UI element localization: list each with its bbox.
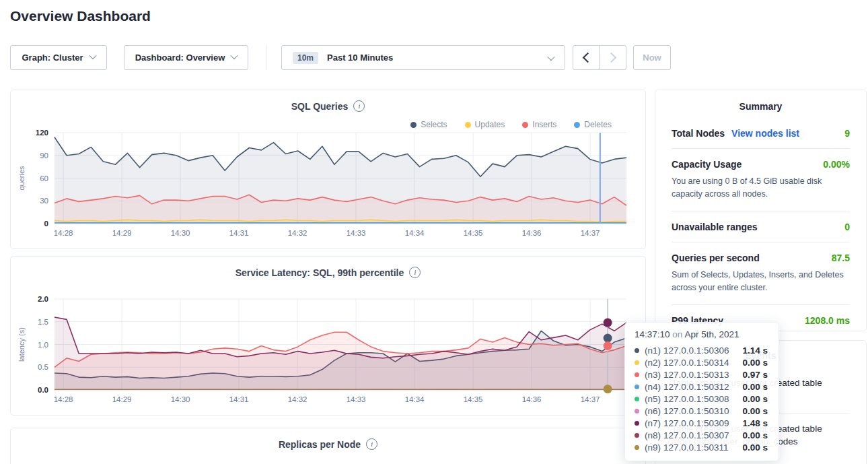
info-icon[interactable]: i (366, 438, 377, 450)
svg-text:1.5: 1.5 (38, 318, 48, 326)
node-color-dot-icon (635, 385, 639, 389)
legend-item-deletes[interactable]: Deletes (574, 120, 612, 129)
capacity-usage-label: Capacity Usage (672, 159, 742, 170)
graph-dropdown[interactable]: Graph: Cluster (10, 45, 107, 70)
svg-text:14:33: 14:33 (347, 395, 366, 403)
svg-text:latency (s): latency (s) (17, 327, 26, 362)
legend-label: Updates (475, 120, 505, 129)
service-latency-title-row: Service Latency: SQL, 99th percentile i (11, 267, 645, 278)
time-range-selector[interactable]: 10m Past 10 Minutes (281, 45, 565, 70)
view-nodes-list-link[interactable]: View nodes list (731, 128, 799, 139)
svg-text:14:29: 14:29 (112, 395, 132, 403)
selects-dot-icon (410, 122, 417, 128)
summary-row-qps: Queries per second 87.5 Sum of Selects, … (672, 242, 850, 305)
sql-queries-legend: Selects Updates Inserts Deletes (410, 120, 612, 129)
legend-label: Selects (421, 120, 447, 129)
svg-text:14:31: 14:31 (229, 229, 249, 237)
svg-text:14:30: 14:30 (171, 395, 190, 403)
deletes-dot-icon (574, 122, 580, 128)
tooltip-row-n7: (n7) 127.0.0.1:50309 1.48 s (635, 417, 770, 429)
svg-text:14:36: 14:36 (522, 395, 542, 403)
svg-text:14:28: 14:28 (54, 229, 73, 237)
capacity-usage-value: 0.00% (823, 159, 850, 170)
capacity-usage-desc: You are using 0 B of 4.5 GiB usable disk… (672, 175, 850, 201)
node-color-dot-icon (635, 421, 639, 426)
chevron-down-icon (231, 52, 238, 59)
replicas-per-node-card: Replicas per Node i (10, 428, 646, 464)
unavailable-ranges-value: 0 (844, 222, 850, 232)
qps-label: Queries per second (672, 253, 760, 263)
svg-text:14:37: 14:37 (581, 395, 600, 403)
graph-dropdown-label: Graph: Cluster (22, 53, 83, 63)
summary-row-unavailable: Unavailable ranges 0 (672, 211, 850, 242)
tooltip-row-n1: (n1) 127.0.0.1:50306 1.14 s (635, 344, 770, 356)
sql-queries-card: SQL Queries i Selects Updates Inserts De… (10, 90, 646, 249)
svg-text:queries: queries (17, 166, 26, 191)
summary-panel: Summary Total Nodes View nodes list 9 Ca… (655, 90, 867, 331)
svg-text:2.0: 2.0 (38, 296, 48, 303)
svg-text:14:30: 14:30 (171, 229, 190, 237)
svg-text:14:28: 14:28 (54, 395, 73, 403)
dashboard-dropdown[interactable]: Dashboard: Overview (124, 45, 248, 70)
svg-text:0: 0 (44, 220, 48, 228)
summary-row-capacity: Capacity Usage 0.00% You are using 0 B o… (672, 149, 850, 211)
now-button-label: Now (643, 53, 661, 63)
sql-queries-title: SQL Queries (291, 101, 349, 112)
svg-text:0.0: 0.0 (38, 386, 48, 394)
svg-text:14:33: 14:33 (347, 229, 366, 237)
svg-text:14:32: 14:32 (288, 229, 308, 237)
time-next-button[interactable] (600, 45, 626, 70)
p99-latency-value: 1208.0 ms (805, 315, 850, 326)
svg-text:120: 120 (36, 129, 48, 137)
time-nav-group (573, 45, 626, 70)
svg-text:14:34: 14:34 (405, 229, 425, 237)
tooltip-time: 14:37:10 (635, 329, 670, 339)
info-icon[interactable]: i (353, 100, 365, 112)
tooltip-row-n5: (n5) 127.0.0.1:50308 0.00 s (635, 393, 770, 405)
tooltip-on: on (672, 329, 682, 339)
info-icon[interactable]: i (409, 267, 421, 278)
tooltip-row-n4: (n4) 127.0.0.1:50312 0.00 s (635, 380, 770, 393)
updates-dot-icon (465, 122, 471, 128)
inserts-dot-icon (522, 122, 528, 128)
svg-text:1.0: 1.0 (38, 341, 48, 349)
chevron-down-icon (547, 53, 554, 61)
sql-queries-chart[interactable]: 14:2814:2914:3014:3114:3214:3314:3414:35… (11, 129, 647, 245)
legend-label: Deletes (584, 120, 612, 129)
tooltip-row-n9: (n9) 127.0.0.1:50311 0.00 s (635, 441, 770, 453)
time-range-badge: 10m (293, 52, 318, 64)
svg-text:14:32: 14:32 (288, 395, 308, 403)
chart-hover-tooltip: 14:37:10 on Apr 5th, 2021 (n1) 127.0.0.1… (624, 322, 779, 461)
svg-text:30: 30 (40, 197, 48, 205)
sql-queries-title-row: SQL Queries i (11, 100, 645, 112)
replicas-title: Replicas per Node (279, 439, 361, 450)
controls-divider (266, 45, 266, 70)
qps-value: 87.5 (832, 253, 850, 263)
service-latency-chart[interactable]: 14:2814:2914:3014:3114:3214:3314:3414:35… (11, 296, 647, 411)
tooltip-date: Apr 5th, 2021 (684, 329, 739, 339)
legend-label: Inserts (532, 120, 556, 129)
tooltip-row-n3: (n3) 127.0.0.1:50313 0.97 s (635, 368, 770, 380)
node-color-dot-icon (635, 397, 639, 401)
svg-text:60: 60 (40, 174, 48, 183)
legend-item-updates[interactable]: Updates (465, 120, 505, 129)
svg-text:14:29: 14:29 (112, 229, 132, 237)
service-latency-card: Service Latency: SQL, 99th percentile i … (10, 256, 646, 416)
chevron-left-icon (582, 53, 593, 63)
now-button[interactable]: Now (633, 45, 671, 70)
total-nodes-label: Total Nodes (672, 128, 725, 139)
summary-heading: Summary (672, 90, 850, 118)
node-color-dot-icon (635, 445, 639, 450)
svg-text:90: 90 (40, 152, 48, 160)
tooltip-row-n6: (n6) 127.0.0.1:50310 0.00 s (635, 405, 770, 417)
svg-text:14:35: 14:35 (464, 395, 483, 403)
tooltip-timestamp: 14:37:10 on Apr 5th, 2021 (635, 329, 770, 339)
node-color-dot-icon (635, 409, 639, 413)
legend-item-inserts[interactable]: Inserts (522, 120, 556, 129)
dashboard-dropdown-label: Dashboard: Overview (135, 53, 225, 63)
node-color-dot-icon (635, 348, 639, 353)
chevron-right-icon (606, 53, 617, 63)
chevron-down-icon (89, 52, 96, 59)
legend-item-selects[interactable]: Selects (410, 120, 447, 129)
time-prev-button[interactable] (573, 45, 600, 70)
